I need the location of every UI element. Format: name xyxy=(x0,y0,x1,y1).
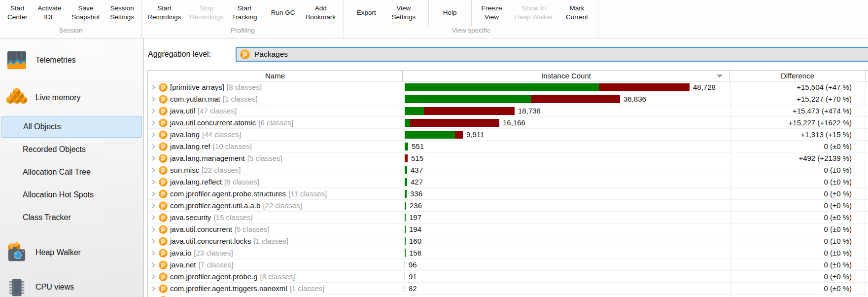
chevron-right-icon[interactable] xyxy=(151,286,156,292)
chevron-right-icon[interactable] xyxy=(151,132,156,138)
toolbar-button-row: ExportView SettingsHelpFreeze ViewShow I… xyxy=(344,0,598,26)
difference-value: 0 (±0 %) xyxy=(824,213,852,222)
toolbar-button-view-settings[interactable]: View Settings xyxy=(388,0,418,26)
chevron-right-icon[interactable] xyxy=(151,191,156,197)
instance-count-cell: 160 xyxy=(403,235,730,247)
bar-base-segment xyxy=(405,249,406,257)
difference-value: 0 (±0 %) xyxy=(824,249,852,257)
table-row[interactable]: java.util.concurrent.locks[1 classes]160… xyxy=(148,235,868,247)
column-header-name[interactable]: Name xyxy=(148,71,403,81)
table-row[interactable]: com.jprofiler.agent.probe.structures[11 … xyxy=(148,188,868,200)
table-row[interactable]: java.util[47 classes]18,738+15,473 (+474… xyxy=(148,105,868,117)
toolbar-button-start-recordings[interactable]: Start Recordings xyxy=(144,0,184,26)
toolbar-group-label: Session xyxy=(0,26,141,38)
table-row[interactable]: java.util.concurrent[5 classes]1940 (±0 … xyxy=(148,223,868,235)
difference-cell: +1,313 (+15 %) xyxy=(730,129,866,140)
chevron-right-icon[interactable] xyxy=(151,203,156,209)
difference-cell: +15,504 (+47 %) xyxy=(730,81,866,93)
sidebar-item-telemetries[interactable]: Telemetries xyxy=(0,49,143,71)
column-header-instance-count[interactable]: Instance Count xyxy=(403,71,730,81)
table-row[interactable]: com.jprofiler.agent.probe.g[8 classes]91… xyxy=(148,271,868,283)
instance-count-value: 48,728 xyxy=(693,83,716,91)
table-row[interactable]: java.lang[44 classes]9,911+1,313 (+15 %) xyxy=(148,129,868,141)
instance-count-bar xyxy=(405,237,406,245)
sidebar-item-allocation-call-tree[interactable]: Allocation Call Tree xyxy=(0,161,143,184)
column-header-empty xyxy=(866,71,868,81)
instance-count-cell: 96 xyxy=(403,259,730,270)
difference-value: 0 (±0 %) xyxy=(824,142,852,150)
table-row[interactable]: java.net[7 classes]960 (±0 %) xyxy=(148,259,868,271)
package-icon xyxy=(159,95,168,104)
instance-count-bar xyxy=(405,131,463,139)
sidebar-item-live-memory[interactable]: Live memory xyxy=(0,87,143,109)
table-row[interactable]: java.util.concurrent.atomic[6 classes]16… xyxy=(148,117,868,129)
table-row[interactable]: sun.misc[22 classes]4370 (±0 %) xyxy=(148,164,868,176)
chevron-right-icon[interactable] xyxy=(151,108,156,114)
toolbar-button-activate-ide[interactable]: Activate IDE xyxy=(35,0,64,26)
bar-difference-segment xyxy=(599,83,690,91)
instance-count-cell: 18,738 xyxy=(403,105,730,116)
difference-cell: 0 (±0 %) xyxy=(730,283,866,294)
toolbar-button-start-tracking[interactable]: Start Tracking xyxy=(229,0,260,26)
sidebar-item-allocation-hot-spots[interactable]: Allocation Hot Spots xyxy=(0,184,143,206)
difference-cell: 0 (±0 %) xyxy=(730,212,866,223)
chevron-right-icon[interactable] xyxy=(151,144,156,149)
instance-count-bar xyxy=(405,119,499,127)
sidebar-item-class-tracker[interactable]: Class Tracker xyxy=(0,206,143,229)
chevron-right-icon[interactable] xyxy=(151,179,156,185)
chevron-right-icon[interactable] xyxy=(151,262,156,268)
table-row[interactable]: com.jprofiler.agent.triggers.nanoxml[1 c… xyxy=(148,283,868,295)
chevron-right-icon[interactable] xyxy=(151,167,156,173)
aggregation-level-select[interactable]: Packages xyxy=(236,47,868,62)
difference-cell: +492 (+2139 %) xyxy=(730,152,866,164)
toolbar-button-help[interactable]: Help xyxy=(440,0,460,26)
table-row[interactable]: java.lang.ref[10 classes]5510 (±0 %) xyxy=(148,141,868,152)
chevron-right-icon[interactable] xyxy=(151,226,156,232)
column-header-difference[interactable]: Difference xyxy=(730,71,866,81)
chevron-right-icon[interactable] xyxy=(151,120,156,126)
toolbar-button-session-settings[interactable]: Session Settings xyxy=(107,0,137,26)
table-row[interactable]: com.jprofiler.agent.util.a.a.b[22 classe… xyxy=(148,200,868,212)
toolbar-button-run-gc[interactable]: Run GC xyxy=(268,0,298,26)
sidebar-item-all-objects[interactable]: All Objects xyxy=(1,116,142,138)
live-memory-icon xyxy=(6,87,27,108)
sidebar-item-recorded-objects[interactable]: Recorded Objects xyxy=(0,138,143,161)
toolbar-button-add-bookmark[interactable]: Add Bookmark xyxy=(303,0,339,26)
table-row[interactable]: java.lang.management[5 classes]515+492 (… xyxy=(148,152,868,164)
table-row[interactable]: java.security[15 classes]1970 (±0 %) xyxy=(148,212,868,223)
chevron-right-icon[interactable] xyxy=(151,155,156,161)
instance-count-cell: 48,728 xyxy=(403,81,730,93)
chevron-right-icon[interactable] xyxy=(151,215,156,221)
chevron-right-icon[interactable] xyxy=(151,84,156,90)
instance-count-cell: 236 xyxy=(403,200,730,211)
main-area: TelemetriesLive memoryAll ObjectsRecorde… xyxy=(0,38,868,297)
difference-cell: 0 (±0 %) xyxy=(730,235,866,247)
package-name: java.util.concurrent.locks xyxy=(170,237,251,245)
toolbar-button-save-snapshot[interactable]: Save Snapshot xyxy=(69,0,103,26)
chevron-right-icon[interactable] xyxy=(151,238,156,244)
package-icon xyxy=(159,272,168,281)
table-header: Name Instance Count Difference xyxy=(148,71,868,81)
sidebar-item-cpu-views[interactable]: CPU views xyxy=(0,276,143,297)
chevron-right-icon[interactable] xyxy=(151,274,156,280)
difference-cell: 0 (±0 %) xyxy=(730,259,866,270)
toolbar-button-mark-current[interactable]: Mark Current xyxy=(563,0,591,26)
sidebar-item-heap-walker[interactable]: Heap Walker xyxy=(0,242,143,263)
name-cell: java.util[47 classes] xyxy=(148,105,403,116)
instance-count-bar xyxy=(405,95,620,103)
chevron-right-icon[interactable] xyxy=(151,96,156,102)
table-row[interactable]: java.lang.reflect[8 classes]4270 (±0 %) xyxy=(148,176,868,188)
package-icon xyxy=(159,225,168,234)
table-row[interactable]: java.io[23 classes]1560 (±0 %) xyxy=(148,247,868,259)
table-row[interactable]: com.yutian.mat[1 classes]36,836+15,227 (… xyxy=(148,93,868,105)
difference-cell: +15,227 (+70 %) xyxy=(730,93,866,105)
toolbar-button-export[interactable]: Export xyxy=(354,0,379,26)
aggregation-row: Aggregation level: Packages xyxy=(144,38,868,70)
table-row[interactable]: [primitive arrays][8 classes]48,728+15,5… xyxy=(148,81,868,93)
name-cell: java.lang[44 classes] xyxy=(148,129,403,140)
toolbar-button-freeze-view[interactable]: Freeze View xyxy=(478,0,505,26)
toolbar-button-start-center[interactable]: Start Center xyxy=(4,0,31,26)
table-row[interactable]: sun.reflect[4 classes]770 (±0 %) xyxy=(148,295,868,297)
chevron-right-icon[interactable] xyxy=(151,250,156,256)
difference-value: +15,227 (+1622 %) xyxy=(789,118,852,127)
